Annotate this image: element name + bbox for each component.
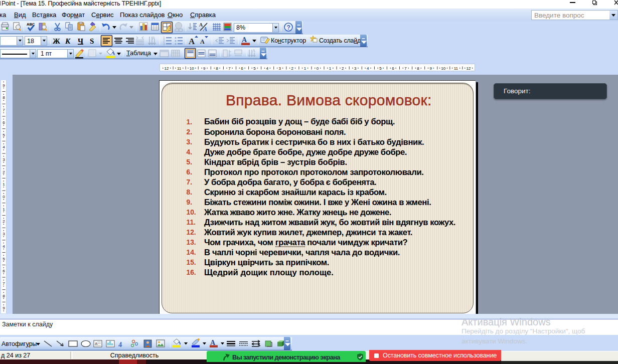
svg-text:6: 6 [392, 66, 394, 71]
svg-text:8: 8 [3, 294, 5, 298]
svg-text:12: 12 [467, 66, 471, 71]
svg-text:3: 3 [279, 66, 281, 71]
svg-text:A: A [203, 26, 207, 33]
svg-text:5: 5 [379, 66, 382, 71]
svg-text:4: 4 [117, 340, 123, 349]
svg-text:3: 3 [3, 157, 5, 162]
svg-text:3: 3 [163, 42, 165, 46]
svg-text:0: 0 [3, 195, 5, 199]
svg-text:2: 2 [3, 170, 5, 174]
svg-text:4: 4 [3, 244, 5, 249]
svg-text:6: 6 [241, 66, 243, 71]
svg-text:4: 4 [266, 66, 268, 71]
svg-text:A: A [210, 339, 216, 346]
svg-text:A: A [252, 48, 256, 53]
svg-text:11: 11 [177, 66, 182, 71]
svg-text:1: 1 [329, 66, 332, 71]
svg-text:5: 5 [253, 66, 256, 71]
svg-text:A: A [152, 36, 156, 41]
svg-text:0: 0 [317, 66, 319, 71]
svg-text:7: 7 [3, 108, 5, 112]
svg-text:8: 8 [417, 66, 419, 71]
svg-text:9: 9 [203, 66, 206, 71]
svg-text:1: 1 [3, 182, 5, 187]
svg-text:12: 12 [165, 66, 169, 71]
svg-text:S: S [90, 37, 94, 45]
svg-text:5: 5 [3, 257, 5, 261]
svg-text:2: 2 [3, 219, 5, 224]
svg-text:A: A [189, 37, 195, 46]
svg-text:1: 1 [304, 66, 306, 71]
svg-text:8: 8 [216, 66, 218, 71]
svg-text:4: 4 [367, 66, 369, 71]
svg-text:4: 4 [3, 145, 5, 149]
svg-text:3: 3 [3, 232, 5, 236]
svg-text:10: 10 [441, 66, 445, 71]
svg-text:A: A [199, 22, 203, 28]
svg-text:3: 3 [354, 66, 357, 71]
svg-text:Ч: Ч [78, 37, 83, 45]
svg-text:9: 9 [429, 66, 432, 71]
svg-text:2: 2 [342, 66, 344, 71]
svg-text:9: 9 [3, 83, 5, 88]
svg-text:9: 9 [3, 306, 5, 310]
svg-text:?: ? [287, 24, 290, 31]
svg-text:К: К [65, 37, 71, 45]
svg-text:1: 1 [3, 207, 5, 212]
svg-text:Ж: Ж [53, 37, 60, 45]
svg-text:7: 7 [228, 66, 231, 71]
svg-text:A: A [242, 36, 247, 44]
svg-text:8: 8 [3, 95, 5, 100]
svg-text:11: 11 [454, 66, 458, 71]
svg-text:6: 6 [3, 120, 5, 125]
svg-text:7: 7 [3, 281, 5, 286]
svg-text:5: 5 [3, 133, 5, 137]
svg-text:10: 10 [190, 66, 194, 71]
svg-text:2: 2 [291, 66, 294, 71]
svg-text:6: 6 [3, 269, 5, 273]
svg-text:7: 7 [404, 66, 407, 71]
svg-text:A: A [200, 38, 205, 45]
